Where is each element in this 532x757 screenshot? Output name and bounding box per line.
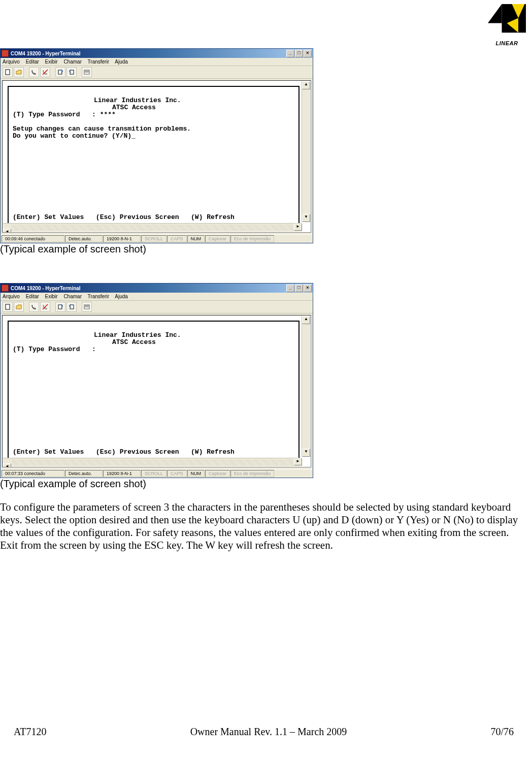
- new-icon[interactable]: [3, 67, 13, 77]
- open-icon[interactable]: [14, 67, 24, 77]
- term-header2: ATSC Access: [112, 338, 156, 346]
- menu-bar: Arquivo Editar Exibir Chamar Transferir …: [1, 293, 313, 301]
- app-icon: [2, 285, 9, 292]
- status-scroll: SCROLL: [141, 235, 167, 242]
- window-title: COM4 19200 - HyperTerminal: [11, 286, 81, 291]
- horizontal-scrollbar[interactable]: ◄ ►: [3, 458, 302, 466]
- receive-icon[interactable]: [66, 67, 77, 77]
- body-paragraph: To configure the parameters of screen 3 …: [0, 501, 527, 552]
- svg-rect-4: [6, 70, 10, 75]
- menu-arquivo[interactable]: Arquivo: [3, 59, 20, 65]
- maximize-button[interactable]: □: [295, 50, 303, 57]
- scroll-up-icon[interactable]: ▲: [302, 81, 310, 89]
- term-header2: ATSC Access: [112, 104, 156, 111]
- menu-editar[interactable]: Editar: [26, 294, 39, 299]
- term-footer: (Enter) Set Values (Esc) Previous Screen…: [13, 214, 294, 221]
- terminal-viewport: Linear Industries Inc. ATSC Access (T) T…: [2, 80, 311, 233]
- menu-ajuda[interactable]: Ajuda: [115, 59, 128, 65]
- status-baud: 19200 8-N-1: [103, 470, 141, 477]
- toolbar: [1, 66, 313, 79]
- new-icon[interactable]: [3, 302, 13, 312]
- page-footer: AT7120 Owner Manual Rev. 1.1 – March 200…: [14, 726, 514, 738]
- status-detect: Detec.auto.: [65, 235, 103, 242]
- scroll-down-icon[interactable]: ▼: [302, 214, 310, 222]
- footer-center: Owner Manual Rev. 1.1 – March 2009: [190, 726, 347, 738]
- svg-marker-1: [488, 4, 502, 23]
- disconnect-icon[interactable]: [40, 67, 50, 77]
- close-button[interactable]: ×: [304, 285, 312, 292]
- term-header1: Linear Industries Inc.: [94, 331, 181, 339]
- status-caps: CAPS: [167, 235, 187, 242]
- terminal-content[interactable]: Linear Industries Inc. ATSC Access (T) T…: [8, 86, 300, 224]
- close-button[interactable]: ×: [304, 50, 312, 57]
- logo-text: LINEAR: [496, 40, 518, 46]
- status-bar: 00:09:46 conectado Detec.auto. 19200 8-N…: [1, 234, 313, 243]
- open-icon[interactable]: [14, 302, 24, 312]
- scroll-right-icon[interactable]: ►: [294, 224, 302, 231]
- disconnect-icon[interactable]: [40, 302, 50, 312]
- receive-icon[interactable]: [66, 302, 77, 312]
- term-header1: Linear Industries Inc.: [94, 97, 181, 104]
- logo-icon: [488, 4, 526, 36]
- scroll-right-icon[interactable]: ►: [294, 458, 302, 465]
- app-icon: [2, 50, 9, 57]
- term-line1: (T) Type Password :: [13, 345, 96, 353]
- menu-editar[interactable]: Editar: [26, 59, 39, 65]
- menu-chamar[interactable]: Chamar: [63, 59, 82, 65]
- menu-exibir[interactable]: Exibir: [45, 294, 58, 299]
- window-title: COM4 19200 - HyperTerminal: [11, 51, 81, 56]
- window-titlebar: COM4 19200 - HyperTerminal _ □ ×: [1, 283, 313, 293]
- status-detect: Detec.auto.: [65, 470, 103, 477]
- terminal-content[interactable]: Linear Industries Inc. ATSC Access (T) T…: [8, 321, 300, 459]
- status-caps: CAPS: [167, 470, 187, 477]
- menu-transferir[interactable]: Transferir: [88, 59, 109, 65]
- terminal-viewport: Linear Industries Inc. ATSC Access (T) T…: [2, 315, 311, 467]
- company-logo: LINEAR: [488, 4, 526, 40]
- status-scroll: SCROLL: [141, 470, 167, 477]
- scroll-down-icon[interactable]: ▼: [302, 449, 310, 457]
- screenshot-2: COM4 19200 - HyperTerminal _ □ × Arquivo…: [0, 283, 527, 490]
- scroll-up-icon[interactable]: ▲: [302, 316, 310, 324]
- vertical-scrollbar[interactable]: ▲ ▼: [302, 316, 310, 457]
- call-icon[interactable]: [29, 302, 39, 312]
- properties-icon[interactable]: [82, 67, 92, 77]
- footer-right: 70/76: [490, 726, 514, 738]
- footer-left: AT7120: [14, 726, 46, 738]
- scroll-left-icon[interactable]: ◄: [3, 463, 11, 467]
- screenshot-caption: (Typical example of screen shot): [0, 243, 527, 255]
- term-line2: Setup changes can cause transmition prob…: [13, 125, 191, 133]
- screenshot-1: COM4 19200 - HyperTerminal _ □ × Arquivo…: [0, 48, 527, 255]
- status-time: 00:09:46 conectado: [2, 235, 64, 242]
- send-icon[interactable]: [55, 302, 65, 312]
- status-num: NUM: [187, 235, 205, 242]
- status-capturar: Capturar: [205, 470, 230, 477]
- status-baud: 19200 8-N-1: [103, 235, 141, 242]
- menu-chamar[interactable]: Chamar: [63, 294, 82, 299]
- scroll-left-icon[interactable]: ◄: [3, 229, 11, 233]
- status-eco: Eco de impressão: [230, 235, 274, 242]
- maximize-button[interactable]: □: [295, 285, 303, 292]
- menu-bar: Arquivo Editar Exibir Chamar Transferir …: [1, 58, 313, 66]
- minimize-button[interactable]: _: [286, 285, 294, 292]
- screenshot-caption: (Typical example of screen shot): [0, 478, 527, 490]
- status-time: 00:07:33 conectado: [2, 470, 64, 477]
- call-icon[interactable]: [29, 67, 39, 77]
- window-titlebar: COM4 19200 - HyperTerminal _ □ ×: [1, 49, 313, 58]
- vertical-scrollbar[interactable]: ▲ ▼: [302, 81, 310, 222]
- term-footer: (Enter) Set Values (Esc) Previous Screen…: [13, 449, 294, 456]
- menu-ajuda[interactable]: Ajuda: [115, 294, 128, 299]
- term-line3: Do you want to continue? (Y/N)_: [13, 132, 136, 140]
- term-line1: (T) Type Password : ****: [13, 111, 116, 118]
- status-num: NUM: [187, 470, 205, 477]
- send-icon[interactable]: [55, 67, 65, 77]
- status-capturar: Capturar: [205, 235, 230, 242]
- properties-icon[interactable]: [82, 302, 92, 312]
- svg-rect-11: [6, 304, 10, 309]
- horizontal-scrollbar[interactable]: ◄ ►: [3, 223, 302, 232]
- minimize-button[interactable]: _: [286, 50, 294, 57]
- menu-exibir[interactable]: Exibir: [45, 59, 58, 65]
- status-eco: Eco de impressão: [230, 470, 274, 477]
- menu-transferir[interactable]: Transferir: [88, 294, 109, 299]
- status-bar: 00:07:33 conectado Detec.auto. 19200 8-N…: [1, 469, 313, 478]
- menu-arquivo[interactable]: Arquivo: [3, 294, 20, 299]
